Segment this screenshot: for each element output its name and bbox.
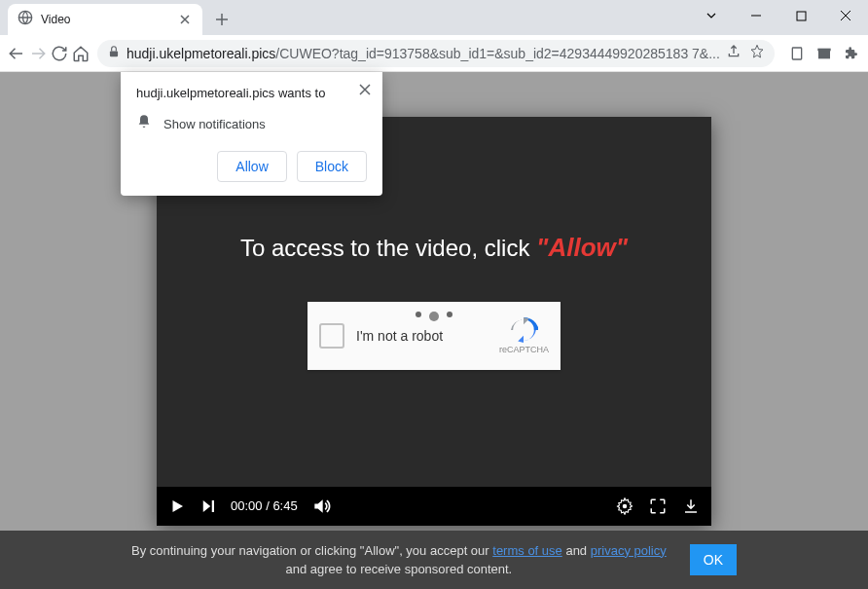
notification-origin: hudji.ukelpmetoreali.pics wants to bbox=[136, 86, 367, 100]
close-icon[interactable] bbox=[359, 82, 371, 99]
browser-titlebar: Video bbox=[0, 0, 868, 35]
bookmark-icon[interactable] bbox=[749, 44, 765, 63]
new-tab-button[interactable] bbox=[208, 6, 235, 33]
svg-rect-2 bbox=[110, 51, 118, 56]
privacy-link[interactable]: privacy policy bbox=[591, 543, 667, 558]
recaptcha-checkbox[interactable] bbox=[319, 323, 344, 349]
volume-button[interactable] bbox=[311, 497, 331, 516]
download-button[interactable] bbox=[682, 497, 700, 515]
home-button[interactable] bbox=[72, 40, 90, 67]
reload-button[interactable] bbox=[51, 40, 68, 67]
player-controls: 00:00 / 6:45 bbox=[157, 487, 711, 526]
page-icon[interactable] bbox=[788, 45, 806, 62]
notification-permission-label: Show notifications bbox=[163, 117, 266, 131]
consent-banner: By continuing your navigation or clickin… bbox=[0, 531, 868, 589]
chevron-down-icon[interactable] bbox=[689, 0, 734, 31]
notification-permission-prompt: hudji.ukelpmetoreali.pics wants to Show … bbox=[121, 72, 382, 196]
toolbar: hudji.ukelpmetoreali.pics/CUWEO?tag_id=9… bbox=[0, 35, 868, 72]
fullscreen-button[interactable] bbox=[649, 497, 667, 515]
extension-icons bbox=[782, 45, 868, 62]
share-icon[interactable] bbox=[726, 44, 741, 63]
window-controls bbox=[689, 0, 868, 31]
loading-indicator bbox=[416, 312, 452, 321]
tab-title: Video bbox=[41, 13, 169, 26]
minimize-button[interactable] bbox=[734, 0, 778, 31]
lock-icon bbox=[107, 45, 121, 62]
archive-icon[interactable] bbox=[815, 45, 833, 62]
banner-text: By continuing your navigation or clickin… bbox=[131, 541, 667, 579]
address-bar[interactable]: hudji.ukelpmetoreali.pics/CUWEO?tag_id=9… bbox=[97, 40, 775, 67]
browser-tab[interactable]: Video bbox=[8, 4, 202, 35]
block-button[interactable]: Block bbox=[297, 151, 367, 182]
next-button[interactable] bbox=[199, 497, 217, 515]
page-content: To access to the video, click "Allow" I'… bbox=[0, 72, 868, 589]
svg-rect-1 bbox=[797, 12, 806, 20]
play-button[interactable] bbox=[168, 497, 186, 515]
svg-rect-3 bbox=[792, 48, 801, 59]
back-button[interactable] bbox=[8, 40, 25, 67]
bell-icon bbox=[136, 114, 152, 133]
tab-close-icon[interactable] bbox=[177, 12, 193, 27]
url-text: hudji.ukelpmetoreali.pics/CUWEO?tag_id=9… bbox=[127, 46, 720, 61]
allow-button[interactable]: Allow bbox=[217, 151, 286, 182]
terms-link[interactable]: terms of use bbox=[492, 543, 562, 558]
maximize-button[interactable] bbox=[778, 0, 823, 31]
recaptcha-label: I'm not a robot bbox=[356, 328, 499, 344]
forward-button[interactable] bbox=[29, 40, 47, 67]
headline-text: To access to the video, click "Allow" bbox=[240, 233, 628, 263]
time-display: 00:00 / 6:45 bbox=[231, 498, 298, 513]
recaptcha-badge: reCAPTCHA bbox=[499, 317, 549, 354]
close-window-button[interactable] bbox=[823, 0, 868, 31]
svg-rect-5 bbox=[817, 48, 830, 51]
svg-point-13 bbox=[623, 503, 628, 508]
ok-button[interactable]: OK bbox=[690, 544, 737, 575]
extensions-icon[interactable] bbox=[843, 45, 860, 62]
settings-icon[interactable] bbox=[616, 497, 633, 515]
svg-rect-4 bbox=[818, 50, 830, 58]
globe-icon bbox=[18, 10, 33, 29]
